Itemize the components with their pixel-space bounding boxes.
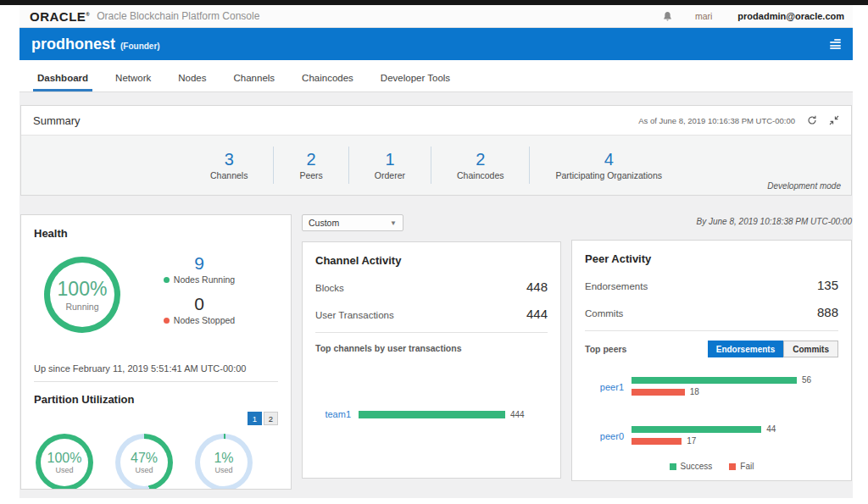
blocks-metric: Blocks 448 — [315, 280, 548, 294]
commits-metric: Commits 888 — [585, 305, 838, 319]
nodes-running-count: 9 — [120, 254, 278, 273]
health-title: Health — [34, 227, 278, 240]
peer-chart-legend: Success Fail — [572, 462, 851, 471]
development-mode-note: Development mode — [767, 181, 841, 191]
stat-orderer: 1 Orderer — [349, 150, 431, 180]
partition-pager: 1 2 — [34, 412, 278, 425]
summary-title: Summary — [33, 114, 81, 127]
endorsements-metric: Endorsements 135 — [585, 278, 838, 292]
peer-toggle-group: Endorsements Commits — [708, 341, 838, 357]
partition-donut-2: 47%Used — [115, 434, 173, 490]
summary-as-of: As of June 8, 2019 10:16:38 PM UTC-00:00 — [638, 116, 795, 125]
stat-chaincodes: 2 Chaincodes — [431, 150, 529, 180]
success-swatch-icon — [670, 463, 676, 470]
partition-donut-1: 100%Used — [36, 434, 93, 490]
realm-label: mari — [695, 11, 712, 21]
toggle-endorsements[interactable]: Endorsements — [708, 341, 783, 357]
peer1-success-bar — [632, 377, 797, 384]
pager-page-2[interactable]: 2 — [264, 412, 278, 425]
stat-channels: 3 Channels — [185, 150, 273, 180]
chevron-down-icon: ▼ — [390, 219, 397, 227]
tab-developer-tools[interactable]: Developer Tools — [376, 67, 454, 91]
red-dot-icon — [164, 318, 170, 324]
channel-bar-team1 — [359, 411, 505, 418]
health-donut: 100% Running — [44, 257, 120, 333]
instance-role: (Founder) — [120, 42, 160, 51]
peer-activity-panel: Peer Activity Endorsements 135 Commits 8… — [571, 240, 852, 481]
divider — [315, 332, 548, 333]
nodes-stopped-label: Nodes Stopped — [120, 315, 278, 325]
tab-network[interactable]: Network — [111, 67, 155, 91]
collapse-icon[interactable] — [829, 115, 839, 125]
fail-swatch-icon — [729, 463, 736, 470]
tab-nodes[interactable]: Nodes — [174, 67, 210, 91]
peer0-fail-bar — [632, 438, 682, 445]
peer1-fail-bar — [632, 389, 685, 396]
bell-icon[interactable] — [662, 11, 673, 22]
tab-channels[interactable]: Channels — [230, 67, 280, 91]
channel-link-team1[interactable]: team1 — [315, 409, 351, 419]
stat-peers: 2 Peers — [274, 150, 348, 180]
main-content: Dashboard Network Nodes Channels Chainco… — [19, 67, 853, 498]
peer-activity-title: Peer Activity — [585, 252, 838, 265]
refresh-icon[interactable] — [807, 115, 817, 125]
nodes-stopped-count: 0 — [120, 295, 278, 313]
legend-fail: Fail — [729, 462, 754, 471]
nodes-running-label: Nodes Running — [120, 274, 278, 285]
toggle-commits[interactable]: Commits — [783, 341, 838, 357]
node-stats: 9 Nodes Running 0 Nodes Stopped — [120, 254, 278, 335]
channel-activity-panel: Channel Activity Blocks 448 User Transac… — [302, 241, 561, 479]
peer0-success-bar — [632, 426, 761, 433]
app-title: Oracle Blockchain Platform Console — [97, 10, 259, 22]
pager-page-1[interactable]: 1 — [248, 412, 262, 425]
green-dot-icon — [164, 277, 170, 283]
instance-name: prodhonest — [31, 36, 115, 53]
top-channels-subtitle: Top channels by user transactions — [315, 343, 548, 353]
channel-bar-row: team1 444 — [315, 409, 548, 419]
peer-link-peer1[interactable]: peer1 — [585, 382, 624, 392]
partition-donut-3: 1%Used — [195, 434, 253, 490]
tab-chaincodes[interactable]: Chaincodes — [298, 67, 358, 91]
summary-card: Summary As of June 8, 2019 10:16:38 PM U… — [20, 105, 852, 196]
summary-stats: 3 Channels 2 Peers 1 Orderer 2 Chaincode… — [21, 136, 851, 195]
divider — [585, 330, 838, 331]
peer-link-peer0[interactable]: peer0 — [585, 431, 624, 441]
legend-success: Success — [670, 462, 713, 471]
up-since-text: Up since February 11, 2019 5:51:41 AM UT… — [34, 363, 278, 382]
tab-bar: Dashboard Network Nodes Channels Chainco… — [19, 67, 853, 92]
channel-activity-title: Channel Activity — [315, 254, 548, 267]
user-transactions-metric: User Transactions 444 — [315, 307, 548, 321]
top-bar: ORACLE® Oracle Blockchain Platform Conso… — [19, 5, 853, 28]
user-email-menu[interactable]: prodadmin@oracle.com — [737, 11, 844, 21]
menu-icon[interactable] — [830, 39, 841, 50]
stat-participating-organizations: 4 Participating Organizations — [530, 150, 687, 180]
health-panel: Health 100% Running 9 Nodes Running 0 No… — [20, 214, 292, 490]
peer0-bar-group: peer0 44 17 — [585, 424, 838, 448]
instance-bar: prodhonest (Founder) — [19, 28, 853, 60]
time-range-select[interactable]: Custom ▼ — [302, 214, 403, 231]
top-peers-subtitle: Top peers — [585, 344, 626, 354]
partition-utilization-title: Partition Utilization — [34, 393, 278, 406]
tab-dashboard[interactable]: Dashboard — [33, 67, 92, 91]
refreshed-at-text: By June 8, 2019 10:18:38 PM UTC-00:00 — [571, 217, 852, 229]
peer1-bar-group: peer1 56 18 — [585, 375, 838, 399]
oracle-logo: ORACLE® — [30, 9, 90, 24]
